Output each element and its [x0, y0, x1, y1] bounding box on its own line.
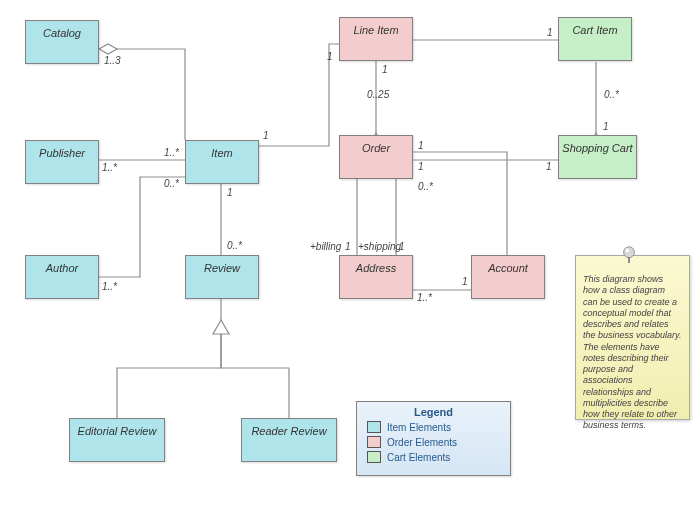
- class-catalog[interactable]: Catalog: [25, 20, 99, 64]
- svg-point-0: [624, 247, 635, 258]
- class-label: Shopping Cart: [562, 142, 632, 154]
- mult-order-billing: 1: [345, 241, 351, 252]
- pin-icon: [620, 245, 638, 263]
- mult-item-lineitem-left: 1: [263, 130, 269, 141]
- class-label: Catalog: [43, 27, 81, 39]
- mult-order-lineitem: 1: [382, 64, 388, 75]
- class-label: Account: [488, 262, 528, 274]
- mult-author: 1..*: [102, 281, 117, 292]
- mult-account-address-bottom: 1..*: [417, 292, 432, 303]
- class-label: Reader Review: [251, 425, 326, 437]
- mult-publisher: 1..*: [102, 162, 117, 173]
- class-line-item[interactable]: Line Item: [339, 17, 413, 61]
- legend-swatch-cart: [367, 451, 381, 463]
- class-label: Publisher: [39, 147, 85, 159]
- mult-lineitem-item-right: 1: [327, 51, 333, 62]
- class-label: Cart Item: [572, 24, 617, 36]
- class-order[interactable]: Order: [339, 135, 413, 179]
- mult-item-author: 0..*: [164, 178, 179, 189]
- legend-label: Item Elements: [387, 422, 451, 433]
- mult-cartitem-item: 1: [547, 27, 553, 38]
- mult-cartitem-cart-top: 0..*: [604, 89, 619, 100]
- legend-title: Legend: [357, 402, 510, 418]
- mult-catalog-item: 1..3: [104, 55, 121, 66]
- svg-point-1: [625, 249, 629, 253]
- note-text: This diagram shows how a class diagram c…: [583, 274, 681, 430]
- class-label: Item: [211, 147, 232, 159]
- legend-row-cart: Cart Elements: [357, 451, 510, 463]
- class-label: Review: [204, 262, 240, 274]
- legend-label: Order Elements: [387, 437, 457, 448]
- legend-box: Legend Item Elements Order Elements Cart…: [356, 401, 511, 476]
- legend-label: Cart Elements: [387, 452, 450, 463]
- class-shopping-cart[interactable]: Shopping Cart: [558, 135, 637, 179]
- role-billing: +billing: [310, 241, 341, 252]
- mult-order-cart-right: 1: [546, 161, 552, 172]
- mult-lineitem-order: 0..25: [367, 89, 389, 100]
- legend-row-item: Item Elements: [357, 421, 510, 433]
- class-label: Editorial Review: [78, 425, 157, 437]
- mult-order-account-right: 0..*: [418, 181, 433, 192]
- class-account[interactable]: Account: [471, 255, 545, 299]
- legend-swatch-order: [367, 436, 381, 448]
- class-label: Order: [362, 142, 390, 154]
- class-review[interactable]: Review: [185, 255, 259, 299]
- mult-item-review-bottom: 0..*: [227, 240, 242, 251]
- class-item[interactable]: Item: [185, 140, 259, 184]
- role-shipping: +shipping: [358, 241, 401, 252]
- class-reader-review[interactable]: Reader Review: [241, 418, 337, 462]
- class-address[interactable]: Address: [339, 255, 413, 299]
- class-label: Author: [46, 262, 78, 274]
- class-publisher[interactable]: Publisher: [25, 140, 99, 184]
- mult-account-address-top: 1: [462, 276, 468, 287]
- class-cart-item[interactable]: Cart Item: [558, 17, 632, 61]
- class-editorial-review[interactable]: Editorial Review: [69, 418, 165, 462]
- class-author[interactable]: Author: [25, 255, 99, 299]
- mult-item-review-top: 1: [227, 187, 233, 198]
- legend-swatch-item: [367, 421, 381, 433]
- mult-cartitem-cart-bottom: 1: [603, 121, 609, 132]
- legend-row-order: Order Elements: [357, 436, 510, 448]
- mult-item-publisher: 1..*: [164, 147, 179, 158]
- class-label: Address: [356, 262, 396, 274]
- mult-order-account-left: 1: [418, 140, 424, 151]
- note-sticky[interactable]: This diagram shows how a class diagram c…: [575, 255, 690, 420]
- class-label: Line Item: [353, 24, 398, 36]
- mult-order-cart-left: 1: [418, 161, 424, 172]
